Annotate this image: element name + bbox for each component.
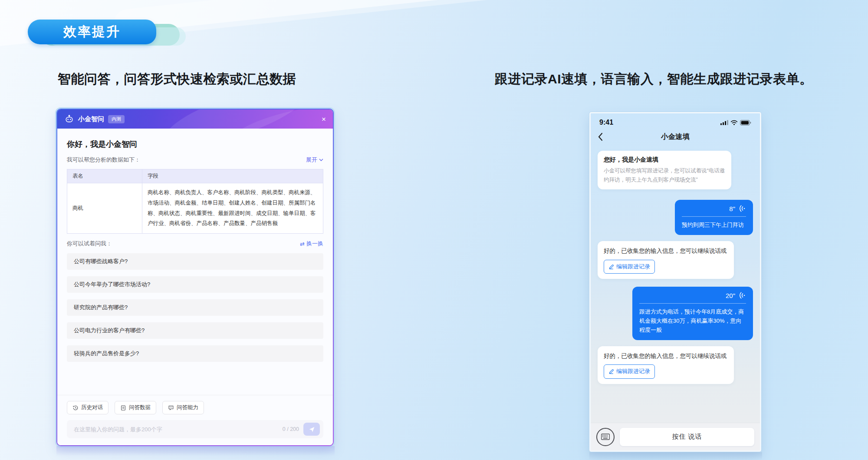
voice-input-bar: 按住 说话 [591, 423, 760, 450]
history-label: 历史对话 [81, 404, 103, 411]
voice-divider [639, 303, 746, 304]
table-cell-fields: 商机名称、商机负责人、客户名称、商机阶段、商机类型、商机来源、市场活动、商机金额… [142, 183, 323, 234]
voice-transcript: 预约到周三下午上门拜访 [682, 221, 746, 230]
chat-area: 您好，我是小金速填 小金可以帮您填写跟进记录，您可以试着说“电话邀约拜访，明天上… [591, 146, 760, 390]
qa-dialog-window: 小金智问 内测 × 你好，我是小金智问 我可以帮您分析的数据如下： 展开 [56, 109, 334, 446]
edit-record-label: 编辑跟进记录 [616, 262, 650, 271]
shuffle-label: 换一换 [306, 240, 323, 248]
section-badge: 效率提升 [28, 20, 175, 46]
voice-head: 8" [682, 205, 746, 212]
qa-footer: 历史对话 问答数据 问答能力 [57, 395, 333, 445]
send-icon [309, 426, 315, 433]
right-feature-heading: 跟进记录AI速填，语言输入，智能生成跟进记录表单。 [495, 69, 813, 89]
nav-title: 小金速填 [661, 132, 690, 142]
shuffle-link[interactable]: ⇄ 换一换 [300, 240, 323, 248]
left-heading-rest: 问答形式快速检索或汇总数据 [124, 72, 296, 86]
signal-icon [720, 120, 728, 125]
suggested-question[interactable]: 公司今年举办了哪些市场活动? [67, 276, 323, 293]
qa-data-label: 问答数据 [129, 404, 151, 411]
question-input[interactable] [73, 426, 278, 433]
efficiency-badge: 效率提升 [28, 20, 156, 44]
qa-intro-text: 我可以帮您分析的数据如下： [67, 156, 140, 164]
table-cell-name: 商机 [67, 183, 142, 234]
phone-mockup: 9:41 小金速填 您好，我是小金速填 小金可以 [589, 112, 761, 452]
suggested-question[interactable]: 公司电力行业的客户有哪些? [67, 322, 323, 339]
qa-content: 你好，我是小金智问 我可以帮您分析的数据如下： 展开 表名 字段 [57, 129, 333, 362]
chat-bubble-icon [168, 405, 174, 411]
bot-welcome-bubble: 您好，我是小金速填 小金可以帮您填写跟进记录，您可以试着说“电话邀约拜访，明天上… [598, 151, 731, 189]
table-header-fields: 字段 [142, 169, 323, 183]
expand-label: 展开 [306, 156, 317, 164]
nav-bar: 小金速填 [591, 127, 760, 146]
document-icon [120, 405, 126, 411]
voice-head: 20" [639, 291, 746, 299]
qa-dialog-body: 小金智问 内测 × 你好，我是小金智问 我可以帮您分析的数据如下： 展开 [57, 109, 333, 445]
left-heading-lead: 智能问答， [58, 72, 124, 86]
qa-greeting: 你好，我是小金智问 [67, 139, 323, 149]
qa-data-button[interactable]: 问答数据 [115, 401, 156, 414]
suggested-question[interactable]: 轻骑兵的产品售价是多少? [67, 345, 323, 362]
wifi-icon [730, 120, 738, 126]
qa-dialog-titlebar: 小金智问 内测 × [57, 109, 333, 129]
char-counter: 0 / 200 [283, 426, 299, 432]
history-button[interactable]: 历史对话 [67, 401, 108, 414]
qa-dialog-title: 小金智问 [78, 115, 104, 123]
voice-duration: 20" [726, 292, 735, 299]
voice-message-bubble[interactable]: 20" 跟进方式为电话，预计今年8月底成交，商机金额大概在30万，商机赢率30%… [632, 287, 753, 340]
voice-transcript: 跟进方式为电话，预计今年8月底成交，商机金额大概在30万，商机赢率30%，意向程… [639, 308, 746, 334]
beta-badge: 内测 [108, 115, 125, 123]
table-header-row: 表名 字段 [67, 169, 323, 183]
voice-wave-icon [738, 291, 746, 299]
collected-text: 好的，已收集您的输入信息，您可以继续说话或 [604, 246, 728, 256]
send-button[interactable] [303, 423, 320, 436]
voice-duration: 8" [729, 205, 735, 212]
shuffle-icon: ⇄ [300, 241, 305, 247]
hold-to-talk-button[interactable]: 按住 说话 [620, 428, 754, 446]
edit-record-label: 编辑跟进记录 [616, 367, 650, 376]
qa-ability-label: 问答能力 [177, 404, 198, 411]
voice-wave-icon [738, 205, 746, 212]
back-icon[interactable] [598, 132, 603, 143]
left-feature-heading: 智能问答，问答形式快速检索或汇总数据 [58, 69, 296, 89]
page: 效率提升 智能问答，问答形式快速检索或汇总数据 跟进记录AI速填，语言输入，智能… [0, 0, 868, 460]
suggested-question[interactable]: 研究院的产品有哪些? [67, 299, 323, 316]
qa-try-text: 你可以试着问我： [67, 240, 112, 248]
qa-ability-button[interactable]: 问答能力 [162, 401, 204, 414]
suggested-questions: 公司有哪些战略客户? 公司今年举办了哪些市场活动? 研究院的产品有哪些? 公司电… [67, 253, 323, 362]
keyboard-toggle-icon[interactable] [596, 428, 615, 446]
efficiency-badge-label: 效率提升 [63, 23, 121, 41]
collected-text: 好的，已收集您的输入信息，您可以继续说话或 [604, 351, 728, 361]
bot-collected-bubble: 好的，已收集您的输入信息，您可以继续说话或 编辑跟进记录 [598, 241, 734, 279]
phone-reflection [589, 452, 762, 460]
edit-record-button[interactable]: 编辑跟进记录 [604, 364, 655, 379]
pencil-icon [608, 264, 614, 270]
qa-dialog-reflection [56, 446, 335, 459]
voice-divider [682, 216, 746, 217]
welcome-title: 您好，我是小金速填 [604, 156, 725, 164]
table-row: 商机 商机名称、商机负责人、客户名称、商机阶段、商机类型、商机来源、市场活动、商… [67, 183, 323, 234]
suggested-question[interactable]: 公司有哪些战略客户? [67, 253, 323, 270]
status-time: 9:41 [599, 119, 613, 126]
pencil-icon [608, 369, 614, 374]
chevron-down-icon [319, 158, 323, 162]
qa-toolbar: 历史对话 问答数据 问答能力 [67, 401, 323, 414]
qa-try-row: 你可以试着问我： ⇄ 换一换 [67, 240, 323, 248]
edit-record-button[interactable]: 编辑跟进记录 [604, 260, 655, 274]
right-heading-lead: 跟进记录AI速填 [495, 72, 588, 86]
bot-collected-bubble: 好的，已收集您的输入信息，您可以继续说话或 编辑跟进记录 [598, 346, 734, 384]
expand-link[interactable]: 展开 [306, 156, 323, 164]
qa-intro-row: 我可以帮您分析的数据如下： 展开 [67, 156, 323, 164]
status-icons [720, 120, 751, 126]
welcome-body: 小金可以帮您填写跟进记录，您可以试着说“电话邀约拜访，明天上午九点到客户现场交流… [604, 166, 725, 184]
battery-icon [740, 120, 751, 126]
history-icon [72, 405, 79, 411]
status-bar: 9:41 [591, 113, 760, 127]
question-input-row: 0 / 200 [67, 420, 323, 438]
data-table: 表名 字段 商机 商机名称、商机负责人、客户名称、商机阶段、商机类型、商机来源、… [67, 169, 323, 234]
close-icon[interactable]: × [322, 116, 326, 123]
robot-icon [64, 114, 74, 124]
table-header-name: 表名 [67, 169, 142, 183]
voice-message-bubble[interactable]: 8" 预约到周三下午上门拜访 [675, 200, 753, 235]
right-heading-rest: ，语言输入，智能生成跟进记录表单。 [588, 72, 813, 86]
